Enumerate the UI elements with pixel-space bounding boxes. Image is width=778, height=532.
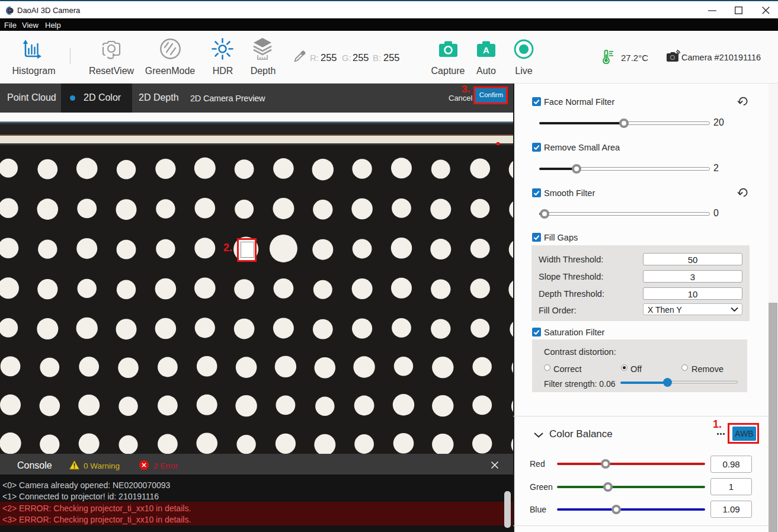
svg-text:A: A (483, 45, 489, 55)
